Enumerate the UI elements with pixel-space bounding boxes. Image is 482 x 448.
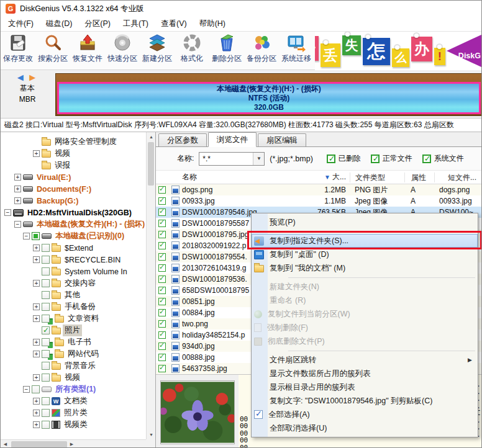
context-menu-item[interactable]: 彻底删除文件(P) ▶	[252, 334, 478, 348]
filter-checkbox-group[interactable]: 正常文件	[371, 153, 412, 164]
expand-toggle-icon[interactable]	[33, 244, 40, 251]
tree-horizontal-scrollbar[interactable]: ◀ ▶	[1, 439, 146, 448]
tree-item[interactable]: HD2:MsftVirtualDisk(320GB)	[1, 207, 146, 218]
checked-checkbox-icon[interactable]	[422, 155, 431, 163]
tree-item[interactable]: 文档类	[1, 395, 146, 407]
new-partition-button[interactable]: 新建分区	[140, 32, 175, 68]
context-menu-item[interactable]: 复制文字: "DSW10001879546.jpg" 到剪贴板(C) ▶	[252, 394, 478, 408]
tab-partition-params[interactable]: 分区参数	[158, 133, 207, 146]
expand-toggle-icon[interactable]	[33, 315, 40, 322]
menu-item[interactable]: 磁盘(D)	[40, 17, 78, 31]
context-menu-item[interactable]: 全部取消选择(U) ▶	[252, 421, 478, 435]
tree-item[interactable]: $Extend	[1, 242, 146, 254]
column-header-type[interactable]: 文件类型	[350, 172, 404, 182]
expand-toggle-icon[interactable]	[14, 197, 21, 204]
file-checkbox-icon[interactable]	[158, 343, 166, 350]
context-menu-item[interactable]: ▶	[252, 275, 478, 280]
file-checkbox-icon[interactable]	[158, 197, 166, 205]
file-checkbox-icon[interactable]	[158, 208, 166, 216]
file-checkbox-icon[interactable]	[158, 309, 166, 316]
tree-checkbox[interactable]	[32, 385, 40, 393]
context-menu-item[interactable]: 重命名 (R) ▶	[252, 293, 478, 307]
filter-checkbox-group[interactable]: 已删除	[327, 153, 361, 164]
context-menu-item[interactable]: ▶	[252, 348, 478, 353]
context-menu-item[interactable]: 显示根目录占用的簇列表 ▶	[252, 380, 478, 394]
tree-item[interactable]: 视频类	[1, 419, 146, 431]
expand-toggle-icon[interactable]	[33, 410, 40, 416]
tree-item[interactable]: System Volume In	[1, 266, 146, 277]
tree-item[interactable]: 视频	[1, 148, 146, 159]
file-row[interactable]: dogs.png 1.2MB PNG 图片 A dogs.png	[156, 184, 481, 195]
tree-item[interactable]: 照片类	[1, 407, 146, 419]
expand-toggle-icon[interactable]	[23, 386, 30, 393]
column-header-name[interactable]: 名称	[182, 172, 307, 182]
tree-item[interactable]: Virual(E:)	[1, 171, 146, 183]
tree-item[interactable]: 其他	[1, 289, 146, 301]
checked-checkbox-icon[interactable]	[327, 155, 335, 163]
file-checkbox-icon[interactable]	[158, 365, 166, 372]
menu-item[interactable]: 文件(F)	[2, 17, 40, 31]
checked-checkbox-icon[interactable]	[371, 155, 380, 163]
scroll-down-arrow-icon[interactable]: ▼	[147, 430, 156, 439]
tree-checkbox[interactable]	[42, 291, 50, 299]
tree-item[interactable]: 网站代码	[1, 348, 146, 360]
tree-checkbox[interactable]	[42, 303, 50, 311]
context-menu-item[interactable]: 文件扇区跳转 ▶	[252, 353, 478, 367]
ad-banner[interactable]: 数据丢失怎么办! DiskG	[315, 32, 481, 70]
prev-disk-arrow-icon[interactable]: ◀	[17, 73, 25, 82]
tree-item[interactable]: Backup(G:)	[1, 195, 146, 207]
name-filter-combobox[interactable]: *.* ▼	[199, 152, 265, 166]
file-checkbox-icon[interactable]	[158, 276, 166, 283]
expand-toggle-icon[interactable]	[33, 303, 40, 310]
expand-toggle-icon[interactable]	[33, 339, 40, 346]
file-checkbox-icon[interactable]	[158, 331, 166, 339]
tree-checkbox[interactable]	[42, 315, 50, 323]
file-checkbox-icon[interactable]	[158, 264, 166, 272]
context-menu-item[interactable]: 强制删除(F) ▶	[252, 321, 478, 334]
partition-block[interactable]: 本地磁盘(恢复文件)(H:) - (损坏) NTFS (活动) 320.0GB	[57, 82, 481, 114]
expand-toggle-icon[interactable]	[33, 398, 40, 405]
context-menu-item[interactable]: ▶	[252, 229, 478, 234]
tree-checkbox[interactable]	[42, 244, 50, 252]
expand-toggle-icon[interactable]	[33, 280, 40, 287]
recover-files-button[interactable]: 恢复文件	[70, 32, 105, 68]
save-changes-button[interactable]: 保存更改	[1, 32, 35, 68]
tree-vertical-scrollbar[interactable]: ▲ ▼	[146, 132, 155, 439]
tree-item[interactable]: 网络安全管理制度	[1, 136, 146, 148]
expand-toggle-icon[interactable]	[33, 150, 40, 157]
tree-checkbox[interactable]	[42, 338, 50, 346]
context-menu-item[interactable]: 全部选择(A) ▶	[252, 408, 478, 421]
tree-item[interactable]: 所有类型(1)	[1, 383, 146, 395]
chevron-down-icon[interactable]: ▼	[253, 153, 264, 165]
menu-item[interactable]: 工具(T)	[117, 17, 155, 31]
expand-toggle-icon[interactable]	[33, 374, 40, 381]
tree-checkbox[interactable]	[42, 362, 50, 370]
file-checkbox-icon[interactable]	[158, 253, 166, 261]
backup-partition-button[interactable]: 备份分区	[244, 32, 279, 68]
tree-item[interactable]: 视频	[1, 372, 146, 383]
expand-toggle-icon[interactable]	[23, 233, 30, 240]
tree-item[interactable]: 背景音乐	[1, 360, 146, 372]
context-menu-item[interactable]: 复制到 "我的文档" (M) ▶	[252, 261, 478, 275]
tree-item[interactable]: 照片	[1, 325, 146, 336]
column-header-size[interactable]: ▼大...	[307, 172, 350, 182]
tree-checkbox[interactable]	[42, 256, 50, 264]
expand-toggle-icon[interactable]	[33, 421, 40, 428]
menu-item[interactable]: 帮助(H)	[193, 17, 232, 31]
file-checkbox-icon[interactable]	[158, 220, 166, 227]
menu-item[interactable]: 查看(V)	[155, 17, 193, 31]
file-checkbox-icon[interactable]	[158, 287, 166, 294]
system-migration-button[interactable]: 系统迁移	[279, 32, 314, 68]
context-menu-item[interactable]: 显示文件数据所占用的簇列表 ▶	[252, 367, 478, 380]
next-disk-arrow-icon[interactable]: ▶	[29, 73, 37, 82]
tree-checkbox[interactable]	[42, 326, 50, 334]
expand-toggle-icon[interactable]	[33, 256, 40, 263]
tree-item[interactable]: 误报	[1, 159, 146, 171]
tree-item[interactable]: $RECYCLE.BIN	[1, 254, 146, 266]
tree-checkbox[interactable]	[42, 409, 50, 417]
expand-toggle-icon[interactable]	[4, 209, 11, 216]
tree-item[interactable]: 本地磁盘(恢复文件)(H:) - (损坏)	[1, 218, 146, 230]
format-button[interactable]: 格式化	[175, 32, 209, 68]
filter-checkbox-group[interactable]: 系统文件	[422, 153, 464, 164]
menu-item[interactable]: 分区(P)	[78, 17, 117, 31]
